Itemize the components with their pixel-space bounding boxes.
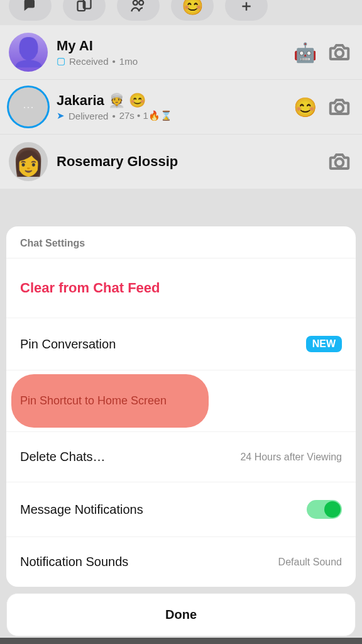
chat-name: Jakaria👳 😊 — [57, 92, 285, 109]
done-button[interactable]: Done — [6, 593, 356, 636]
chat-name: Rosemary Glossip — [57, 153, 317, 170]
row-emoji: 😊 — [293, 96, 317, 118]
avatar: ⋯ — [9, 87, 48, 126]
message-notifications[interactable]: Message Notifications — [6, 482, 356, 537]
sheet-header: Chat Settings — [6, 226, 356, 258]
row-emoji: 🤖 — [293, 42, 317, 64]
svg-point-3 — [139, 1, 143, 5]
chat-row[interactable]: 👩 Rosemary Glossip — [0, 135, 362, 189]
svg-point-2 — [133, 1, 138, 5]
clear-from-chat-feed[interactable]: Clear from Chat Feed — [6, 258, 356, 318]
delivered-icon: ➤ — [57, 110, 65, 121]
top-toolbar: 😊 ＋ — [0, 0, 362, 25]
pin-shortcut-home[interactable]: Pin Shortcut to Home Screen — [6, 370, 356, 432]
camera-icon[interactable] — [326, 93, 353, 121]
message-notifications-label: Message Notifications — [20, 502, 143, 517]
camera-icon[interactable] — [326, 38, 353, 66]
received-icon: ▢ — [57, 55, 65, 67]
avatar — [9, 33, 48, 72]
delete-chats-label: Delete Chats… — [20, 450, 106, 464]
avatar: 👩 — [9, 142, 48, 181]
add-friends-icon[interactable] — [117, 0, 160, 21]
svg-point-4 — [336, 49, 344, 57]
delete-chats-value: 24 Hours after Viewing — [240, 452, 342, 463]
emoji-filter-icon[interactable]: 😊 — [171, 0, 214, 21]
pin-conversation-label: Pin Conversation — [20, 337, 116, 352]
chat-filter-icon[interactable] — [9, 0, 52, 21]
chat-row[interactable]: My AI ▢ Received • 1mo 🤖 — [0, 25, 362, 80]
notification-sounds-value: Default Sound — [278, 557, 342, 568]
chat-row[interactable]: ⋯ Jakaria👳 😊 ➤ Delivered • 27s • 1🔥⌛ 😊 — [0, 80, 362, 135]
camera-icon[interactable] — [326, 148, 353, 175]
stories-icon[interactable] — [63, 0, 106, 21]
chat-status: ➤ Delivered • 27s • 1🔥⌛ — [57, 110, 285, 121]
notifications-toggle[interactable] — [307, 500, 342, 519]
chat-name: My AI — [57, 38, 285, 54]
notification-sounds-label: Notification Sounds — [20, 555, 128, 569]
pin-shortcut-label: Pin Shortcut to Home Screen — [6, 374, 356, 428]
pin-conversation[interactable]: Pin Conversation NEW — [6, 318, 356, 370]
svg-point-5 — [336, 104, 344, 112]
new-badge: NEW — [306, 336, 342, 352]
add-icon[interactable]: ＋ — [225, 0, 268, 21]
notification-sounds[interactable]: Notification Sounds Default Sound — [6, 537, 356, 587]
delete-chats[interactable]: Delete Chats… 24 Hours after Viewing — [6, 432, 356, 482]
svg-point-6 — [336, 158, 344, 167]
chat-settings-sheet: Chat Settings Clear from Chat Feed Pin C… — [0, 226, 362, 644]
chat-status: ▢ Received • 1mo — [57, 55, 285, 67]
